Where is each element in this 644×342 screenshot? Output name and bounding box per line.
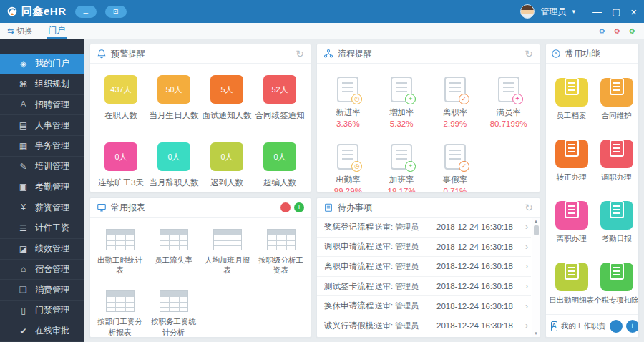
alert-tile[interactable]: 0人 当月辞职人数 — [147, 142, 200, 188]
content-area: 预警提醒 ↻ 437人 在职人数 50人 当月生日人数 — [84, 39, 644, 342]
tab-portal[interactable]: 门户 — [47, 23, 67, 39]
scroll-down-icon[interactable]: ▼ — [534, 331, 538, 336]
remove-report-button[interactable]: − — [280, 202, 291, 212]
chevron-right-icon: › — [525, 261, 528, 271]
settings-red-icon[interactable]: ⚙ — [613, 26, 622, 36]
function-tile[interactable]: 合同维护 — [594, 72, 638, 121]
alert-tile-label: 迟到人数 — [200, 177, 253, 188]
function-tile[interactable]: 调职办理 — [594, 134, 638, 182]
todo-time: 2018-12-24 16:30:18 — [436, 321, 524, 330]
app-title: 同鑫eHR — [21, 5, 67, 19]
list-menu-button[interactable]: ☰ — [75, 6, 97, 18]
sidebar-item[interactable]: ♙ 招聘管理 — [0, 95, 84, 116]
process-item[interactable]: ◷ 出勤率 99.29% — [321, 144, 375, 192]
todo-row[interactable]: 奖惩登记流程 送审: 管理员 2018-12-24 16:30:18 › — [317, 218, 531, 238]
maximize-button[interactable]: ▢ — [612, 7, 620, 16]
white-document-icon — [565, 263, 579, 280]
function-tile[interactable]: 日出勤明细表 — [549, 257, 594, 306]
alert-tile[interactable]: 52人 合同续签通知 — [253, 75, 306, 121]
add-report-button[interactable]: + — [294, 202, 304, 212]
report-item[interactable]: 按职级分析工资表 — [254, 229, 308, 275]
sidebar-item[interactable]: ❑ 消费管理 — [0, 280, 84, 301]
report-label: 按职级分析工资表 — [254, 255, 308, 275]
sidebar-item[interactable]: ▦ 事务管理 — [0, 136, 84, 157]
process-label: 出勤率 — [321, 175, 375, 185]
report-item[interactable]: 员工流失率 — [147, 229, 200, 275]
sidebar-item-label: 招聘管理 — [35, 99, 69, 111]
report-item[interactable]: 按部门工资分析报表 — [93, 290, 147, 336]
user-avatar[interactable] — [520, 4, 535, 19]
process-item[interactable]: ✓ 事假率 0.71% — [429, 144, 482, 192]
alert-tile-label: 当月生日人数 — [147, 110, 200, 121]
report-item[interactable]: 按职务工资统计分析 — [147, 290, 200, 336]
todo-row[interactable]: 离职申请流程 送审: 管理员 2018-12-24 16:30:18 › — [317, 257, 531, 277]
alert-tile[interactable]: 50人 当月生日人数 — [147, 75, 200, 121]
refresh-icon[interactable]: ↻ — [525, 202, 533, 212]
sidebar-item[interactable]: ¥ 薪资管理 — [0, 197, 84, 218]
function-tile[interactable]: 个税专项扣除 — [594, 257, 638, 306]
alert-tile[interactable]: 0人 连续旷工3天 — [94, 142, 147, 188]
function-tile[interactable]: 离职办理 — [549, 195, 594, 244]
settings-blue-icon[interactable]: ⚙ — [597, 26, 607, 36]
scroll-thumb[interactable] — [534, 225, 539, 235]
sidebar-item-label: 组织规划 — [35, 78, 69, 90]
chevron-down-icon[interactable]: ▾ — [572, 8, 575, 15]
function-label: 考勤日报 — [594, 234, 638, 244]
sidebar-item[interactable]: ⌘ 组织规划 — [0, 74, 84, 95]
scroll-up-icon[interactable]: ▲ — [534, 218, 538, 224]
sidebar-item[interactable]: ◪ 绩效管理 — [0, 239, 84, 260]
todo-row[interactable]: 诚兴行请假模式 送审: 管理员 2018-12-24 16:30:18 › — [317, 316, 531, 336]
sidebar-item-icon: ▯ — [18, 306, 29, 316]
process-item[interactable]: ✦ 满员率 80.7199% — [482, 77, 535, 128]
chevron-right-icon: › — [525, 321, 528, 331]
todo-row[interactable]: 变动工资流程 送审: 管理员 2018-12-24 16:30:18 › — [317, 336, 531, 337]
sidebar-item[interactable]: ▤ 人事管理 — [0, 115, 84, 136]
sidebar-item[interactable]: ⌂ 宿舍管理 — [0, 260, 84, 280]
scrollbar[interactable]: ▲ ▼ — [532, 218, 540, 337]
todo-sender: 送审: 管理员 — [375, 281, 436, 292]
todo-name: 诚兴行请假模式 — [324, 321, 375, 331]
reports-card: 常用报表 − + 出勤工时统计表 员工流失率 — [89, 197, 311, 338]
process-item[interactable]: + 增加率 5.32% — [375, 77, 429, 128]
todo-row[interactable]: 调职申请流程 送审: 管理员 2018-12-24 16:30:18 › — [317, 238, 531, 258]
sidebar-item[interactable]: ✎ 培训管理 — [0, 157, 84, 177]
sidebar-item[interactable]: ▣ 考勤管理 — [0, 177, 84, 198]
alert-tile-box: 0人 — [104, 142, 137, 171]
refresh-icon[interactable]: ↻ — [525, 49, 533, 59]
sidebar-item-icon: ◪ — [18, 244, 29, 254]
function-tile[interactable]: 转正办理 — [549, 134, 594, 182]
user-name[interactable]: 管理员 — [540, 6, 566, 18]
report-item[interactable]: 出勤工时统计表 — [93, 229, 147, 275]
sidebar-item[interactable]: ☰ 计件工资 — [0, 218, 84, 239]
minimize-button[interactable]: — — [592, 7, 602, 16]
refresh-icon[interactable]: ↻ — [296, 49, 304, 59]
collapse-button[interactable]: − — [610, 320, 623, 333]
sidebar-item-icon: ⌂ — [18, 264, 29, 274]
alert-tile-box: 52人 — [263, 75, 296, 104]
report-item[interactable]: 人均加班月报表 — [200, 229, 254, 275]
process-item[interactable]: ✓ 离职率 2.99% — [429, 77, 482, 128]
settings-green-icon[interactable]: ⚙ — [628, 26, 637, 36]
tab-manager-button[interactable]: ⊡ — [105, 6, 127, 18]
process-item[interactable]: ◷ 新进率 3.36% — [321, 77, 375, 128]
alert-tile[interactable]: 0人 迟到人数 — [200, 142, 253, 188]
switch-button[interactable]: ⇆ 切换 — [7, 26, 32, 36]
sidebar-item[interactable]: ◈ 我的门户 — [0, 54, 84, 74]
alert-tile[interactable]: 5人 面试通知人数 — [200, 75, 253, 121]
expand-button[interactable]: + — [626, 320, 639, 333]
todo-row[interactable]: 测试签卡流程 送审: 管理员 2018-12-24 16:30:18 › — [317, 277, 531, 297]
sidebar-item[interactable]: ▯ 门禁管理 — [0, 301, 84, 321]
process-item[interactable]: + 加班率 19.17% — [375, 144, 429, 192]
alert-tile-label: 连续旷工3天 — [94, 177, 147, 188]
alert-tile[interactable]: 437人 在职人数 — [94, 75, 147, 121]
close-button[interactable]: × — [630, 6, 637, 17]
duty-label: 我的工作职责 — [561, 321, 606, 331]
todo-row[interactable]: 换休申请流程 送审: 管理员 2018-12-24 16:30:18 › — [317, 296, 531, 316]
sidebar-item-icon: ✎ — [18, 162, 29, 172]
report-label: 人均加班月报表 — [200, 255, 254, 275]
function-tile[interactable]: 员工档案 — [549, 72, 594, 121]
function-tile[interactable]: 考勤日报 — [594, 195, 638, 244]
sidebar-item[interactable]: ✔ 在线审批 — [0, 321, 84, 342]
table-icon — [267, 229, 296, 250]
alert-tile[interactable]: 0人 超编人数 — [253, 142, 306, 188]
